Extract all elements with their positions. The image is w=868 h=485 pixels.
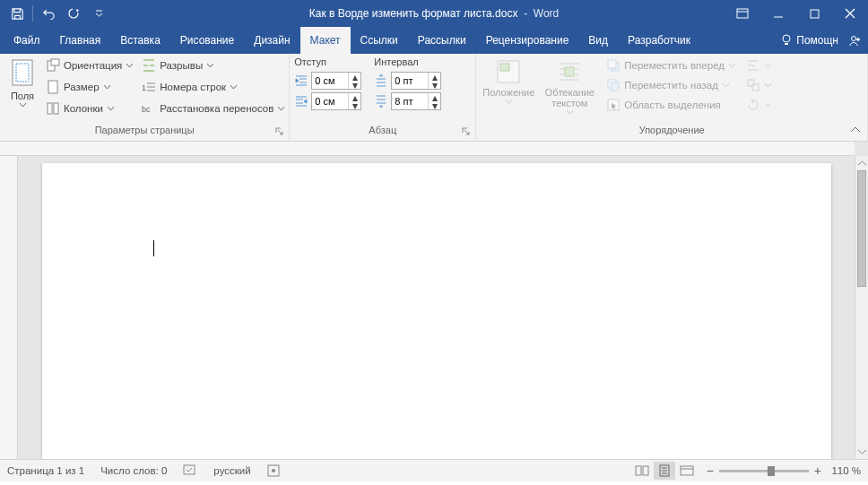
undo-icon[interactable] xyxy=(37,2,60,25)
zoom-in-icon[interactable]: + xyxy=(814,463,821,478)
spacing-after-input[interactable]: ▴▾ xyxy=(391,92,441,110)
tab-layout[interactable]: Макет xyxy=(300,27,351,54)
wrap-text-button: Обтекание текстом xyxy=(542,56,597,115)
tab-mailings[interactable]: Рассылки xyxy=(408,27,476,54)
window-title: Как в Ворде изменить формат листа.docx -… xyxy=(309,7,560,20)
ribbon: Поля Ориентация Размер Колонки xyxy=(0,54,868,142)
spin-down-icon[interactable]: ▾ xyxy=(349,81,360,89)
minimize-icon[interactable] xyxy=(760,0,796,27)
indent-right-input[interactable]: ▴▾ xyxy=(311,92,361,110)
view-buttons xyxy=(631,462,698,480)
tab-home[interactable]: Главная xyxy=(50,27,111,54)
svg-rect-18 xyxy=(608,60,616,68)
dialog-launcher-icon[interactable] xyxy=(461,126,472,137)
indent-left-input[interactable]: ▴▾ xyxy=(311,72,361,90)
bring-forward-icon xyxy=(606,58,621,73)
qat-more-icon[interactable] xyxy=(87,2,110,25)
send-backward-icon xyxy=(606,78,621,92)
horizontal-ruler[interactable] xyxy=(0,142,855,156)
text-cursor xyxy=(153,240,154,256)
chevron-down-icon xyxy=(20,103,26,108)
svg-rect-11 xyxy=(54,103,58,114)
tell-me[interactable]: Помощн xyxy=(780,34,838,47)
spacing-header: Интервал xyxy=(374,56,441,67)
indent-right-icon xyxy=(294,94,308,108)
spacing-before-input[interactable]: ▴▾ xyxy=(391,72,441,90)
tab-review[interactable]: Рецензирование xyxy=(476,27,579,54)
tab-view[interactable]: Вид xyxy=(578,27,618,54)
position-button: Положение xyxy=(481,56,536,104)
paragraph-group-label: Абзац xyxy=(290,125,475,141)
orientation-button[interactable]: Ориентация xyxy=(46,56,133,74)
zoom-slider-track[interactable] xyxy=(719,470,809,472)
columns-button[interactable]: Колонки xyxy=(46,100,133,117)
language-indicator[interactable]: русский xyxy=(213,465,250,476)
svg-rect-15 xyxy=(500,64,509,71)
orientation-icon xyxy=(46,58,60,73)
tab-file[interactable]: Файл xyxy=(4,27,50,54)
save-icon[interactable] xyxy=(5,2,29,25)
svg-rect-10 xyxy=(48,103,52,114)
tab-developer[interactable]: Разработчик xyxy=(618,27,700,54)
position-icon xyxy=(495,58,522,85)
spacing-after-icon xyxy=(374,94,388,108)
ribbon-display-options-icon[interactable] xyxy=(725,0,760,27)
scrollbar-thumb[interactable] xyxy=(857,170,866,287)
svg-point-4 xyxy=(852,36,856,40)
redo-icon[interactable] xyxy=(62,2,85,25)
titlebar: Как в Ворде изменить формат листа.docx -… xyxy=(0,0,868,27)
svg-rect-30 xyxy=(681,466,693,475)
rotate-icon xyxy=(746,98,760,112)
tab-insert[interactable]: Вставка xyxy=(110,27,170,54)
collapse-ribbon-icon[interactable] xyxy=(848,123,863,137)
maximize-icon[interactable] xyxy=(796,0,832,27)
tab-design[interactable]: Дизайн xyxy=(244,27,299,54)
scroll-up-icon[interactable] xyxy=(855,156,868,170)
line-numbers-button[interactable]: 1 Номера строк xyxy=(142,78,284,96)
page-setup-group-label: Параметры страницы xyxy=(0,125,289,141)
read-mode-icon[interactable] xyxy=(631,462,653,480)
selection-pane-icon xyxy=(606,98,621,112)
margins-button[interactable]: Поля xyxy=(4,56,40,108)
arrange-group-label: Упорядочение xyxy=(476,125,867,141)
dialog-launcher-icon[interactable] xyxy=(274,126,285,137)
wrap-text-icon xyxy=(556,58,583,85)
size-button[interactable]: Размер xyxy=(46,78,133,96)
document-area xyxy=(0,142,868,459)
zoom-out-icon[interactable]: − xyxy=(707,463,714,478)
tell-me-label: Помощн xyxy=(796,34,838,47)
print-layout-icon[interactable] xyxy=(654,462,675,480)
spellcheck-icon[interactable] xyxy=(183,464,197,477)
tab-draw[interactable]: Рисование xyxy=(170,27,244,54)
group-icon xyxy=(746,78,760,92)
word-count[interactable]: Число слов: 0 xyxy=(100,465,167,476)
breaks-button[interactable]: Разрывы xyxy=(142,56,284,74)
vertical-ruler[interactable] xyxy=(0,156,18,459)
breaks-icon xyxy=(142,58,156,73)
indent-header: Отступ xyxy=(294,56,361,67)
ribbon-tabs: Файл Главная Вставка Рисование Дизайн Ма… xyxy=(0,27,868,54)
zoom-value[interactable]: 110 % xyxy=(827,465,861,476)
page[interactable] xyxy=(42,163,831,459)
quick-access-toolbar xyxy=(0,2,110,25)
scroll-down-icon[interactable] xyxy=(855,445,868,459)
align-icon xyxy=(746,58,760,73)
share-icon[interactable] xyxy=(847,34,861,48)
hyphenation-button[interactable]: bc Расстановка переносов xyxy=(142,100,284,117)
svg-rect-24 xyxy=(184,465,195,474)
svg-rect-23 xyxy=(752,84,759,91)
svg-rect-22 xyxy=(748,80,754,86)
web-layout-icon[interactable] xyxy=(676,462,698,480)
svg-rect-9 xyxy=(48,81,57,93)
zoom-slider-thumb[interactable] xyxy=(768,466,775,476)
close-icon[interactable] xyxy=(832,0,868,27)
page-size-icon xyxy=(46,80,60,94)
tab-references[interactable]: Ссылки xyxy=(351,27,408,54)
svg-point-26 xyxy=(272,469,275,472)
columns-icon xyxy=(46,101,60,116)
macro-icon[interactable] xyxy=(267,464,280,477)
page-indicator[interactable]: Страница 1 из 1 xyxy=(7,465,84,476)
vertical-scrollbar[interactable] xyxy=(855,156,868,459)
svg-rect-20 xyxy=(611,82,619,91)
bring-forward-button: Переместить вперед xyxy=(606,56,735,74)
